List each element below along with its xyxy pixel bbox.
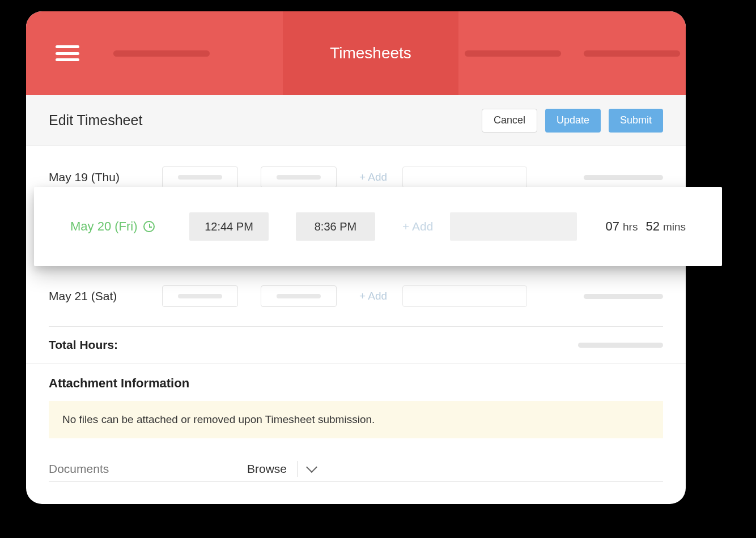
end-time-input[interactable]	[261, 285, 337, 307]
header-tab-left-placeholder	[113, 50, 210, 57]
update-button[interactable]: Update	[545, 109, 601, 133]
browse-divider	[297, 461, 298, 477]
chevron-down-icon	[306, 462, 317, 473]
documents-row: Documents Browse	[49, 461, 663, 482]
attachment-warning-banner: No files can be attached or removed upon…	[49, 401, 663, 438]
row-hours-placeholder	[584, 175, 663, 180]
mins-value: 52	[645, 219, 659, 234]
end-time-input[interactable]: 8:36 PM	[296, 212, 375, 241]
hours-unit: hrs	[623, 221, 638, 233]
note-input[interactable]	[402, 285, 527, 307]
end-time-input[interactable]	[261, 166, 337, 188]
start-time-input[interactable]: 12:44 PM	[189, 212, 269, 241]
action-buttons: Cancel Update Submit	[482, 109, 663, 133]
hours-value: 07	[606, 219, 619, 234]
day-row-may-20-active: May 20 (Fri) 12:44 PM 8:36 PM + Add 07 h…	[34, 187, 722, 266]
hamburger-menu-icon[interactable]	[56, 45, 79, 61]
browse-dropdown[interactable]: Browse	[247, 461, 316, 477]
note-input[interactable]	[402, 166, 527, 188]
day-label: May 21 (Sat)	[49, 289, 162, 303]
app-header: Timesheets	[26, 11, 686, 95]
clock-icon	[143, 221, 155, 232]
subheader: Edit Timesheet Cancel Update Submit	[26, 95, 686, 146]
header-left	[26, 45, 283, 61]
day-row-may-21: May 21 (Sat) + Add	[26, 276, 686, 316]
row-duration: 07 hrs 52 mins	[606, 219, 686, 234]
add-entry-link[interactable]: + Add	[402, 220, 442, 233]
mins-unit: mins	[663, 221, 686, 233]
active-day-label: May 20 (Fri)	[70, 219, 138, 234]
start-time-input[interactable]	[162, 166, 238, 188]
total-hours-row: Total Hours:	[26, 327, 686, 364]
page-title: Edit Timesheet	[49, 112, 142, 129]
total-hours-label: Total Hours:	[49, 338, 118, 352]
attachment-section-title: Attachment Information	[26, 364, 686, 401]
browse-label: Browse	[247, 462, 287, 476]
day-label: May 19 (Thu)	[49, 170, 162, 184]
start-time-input[interactable]	[162, 285, 238, 307]
active-day-label-group: May 20 (Fri)	[70, 219, 189, 234]
documents-label: Documents	[49, 462, 247, 476]
header-title: Timesheets	[330, 44, 411, 62]
row-hours-placeholder	[584, 294, 663, 299]
header-right	[458, 50, 686, 57]
note-input[interactable]	[450, 212, 577, 241]
header-tab-right-placeholder-1	[465, 50, 561, 57]
add-entry-link[interactable]: + Add	[359, 290, 399, 302]
header-active-tab[interactable]: Timesheets	[283, 11, 458, 95]
submit-button[interactable]: Submit	[609, 109, 663, 133]
total-hours-placeholder	[578, 343, 663, 348]
add-entry-link[interactable]: + Add	[359, 171, 399, 183]
cancel-button[interactable]: Cancel	[482, 109, 537, 133]
header-tab-right-placeholder-2	[584, 50, 680, 57]
